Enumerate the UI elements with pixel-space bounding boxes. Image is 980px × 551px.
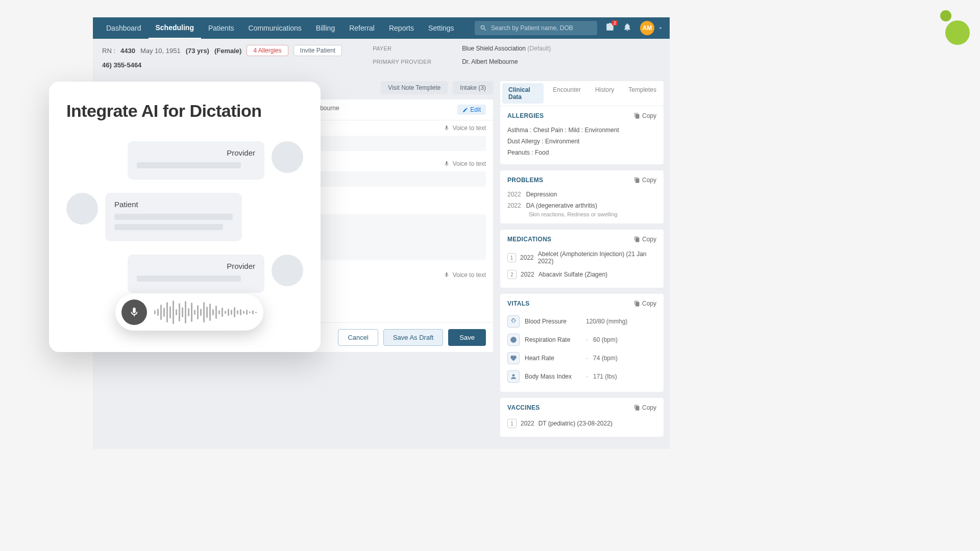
patient-dob: May 10, 1951 [140,47,181,55]
primary-provider-label: PRIMARY PROVIDER [373,59,431,65]
nav-referral[interactable]: Referral [342,17,382,39]
nav-billing[interactable]: Billing [309,17,342,39]
vital-item: Heart Rate-74 (bpm) [507,349,656,367]
patient-label: Patient [114,200,233,209]
vital-item: Blood Pressure120/80 (mmhg) [507,312,656,331]
visit-note-template-button[interactable]: Visit Note Templete [381,81,448,94]
nav-patients[interactable]: Patients [201,17,241,39]
chat-provider-2: Provider [128,255,303,293]
medications-title: MEDICATIONS [507,236,551,243]
search-box[interactable] [475,21,597,35]
search-input[interactable] [491,24,592,32]
payer-value: Blue Shield Association [462,45,526,52]
vitals-title: VITALS [507,300,530,307]
patient-phone: 46) 355-5464 [102,61,141,69]
primary-provider-value: Dr. Albert Melbourne [462,58,518,65]
respiration-icon [507,334,520,346]
sidebar-tabs: Clinical Data Encounter History Templete… [500,81,664,106]
nav-reports[interactable]: Reports [382,17,421,39]
allergy-item: Asthma : Chest Pain : Mild : Environment [507,124,656,136]
cancel-button[interactable]: Cancel [338,329,378,346]
intake-button[interactable]: Intake (3) [453,81,493,94]
patient-sex: (Female) [214,47,241,55]
problem-item: 2022DA (degenerative arthritis) [507,200,656,211]
copy-vitals[interactable]: Copy [634,300,656,307]
clipboard-icon[interactable]: 2 [605,22,615,34]
microphone-icon[interactable] [121,299,147,325]
clinical-sidebar: Clinical Data Encounter History Templete… [500,81,664,443]
bmi-icon [507,370,520,383]
rn-value: 4430 [120,47,135,55]
copy-allergies[interactable]: Copy [634,112,656,119]
tab-history[interactable]: History [588,81,621,106]
allergy-badge[interactable]: 4 Allergies [247,45,288,56]
edit-button[interactable]: Edit [457,105,486,115]
problem-sub: Skin reactions, Redness or swelling [507,211,656,217]
provider-label: Provider [137,148,255,157]
vital-item: Body Mass Index-171 (lbs) [507,367,656,386]
allergy-item: Peanuts : Food [507,147,656,158]
dictation-title: Integrate AI for Dictation [66,101,303,121]
copy-problems[interactable]: Copy [634,177,656,184]
provider-avatar [272,141,303,173]
medication-item: 22022Abacavir Sulfate (Ziagen) [507,267,656,282]
allergies-panel: ALLERGIES Copy Asthma : Chest Pain : Mil… [500,106,664,164]
tab-templates[interactable]: Templetes [621,81,664,106]
rn-label: RN : [102,47,115,55]
allergy-item: Dust Allergy : Environment [507,136,656,147]
notification-badge: 2 [612,20,618,26]
patient-avatar [66,193,98,224]
payer-label: PAYER [373,45,391,52]
copy-vaccines[interactable]: Copy [634,404,656,411]
tab-clinical-data[interactable]: Clinical Data [502,83,544,104]
problem-item: 2022Depression [507,189,656,200]
patient-age: (73 yrs) [186,47,209,55]
problems-title: PROBLEMS [507,177,543,184]
nav-communications[interactable]: Communications [241,17,309,39]
provider-avatar [272,255,303,286]
user-avatar[interactable]: AM [640,21,654,35]
vitals-panel: VITALS Copy Blood Pressure120/80 (mmhg) … [500,294,664,392]
save-button[interactable]: Save [448,329,486,346]
bell-icon[interactable] [623,22,632,34]
invite-patient-button[interactable]: Invite Patient [293,45,342,56]
waveform [154,300,257,324]
vaccines-panel: VACCINES Copy 12022DT (pediatric) (23-08… [500,398,664,437]
medication-item: 12022Abelcet (Amphotericin Injection) (2… [507,248,656,267]
payer-default: (Default) [527,45,551,52]
provider-label: Provider [137,262,255,270]
dictation-overlay: Integrate AI for Dictation Provider Pati… [49,82,321,352]
vaccines-title: VACCINES [507,404,540,411]
chat-provider-1: Provider [128,141,303,180]
nav-settings[interactable]: Settings [421,17,461,39]
vital-item: Respiration Rate-60 (bpm) [507,331,656,349]
vaccine-item: 12022DT (pediatric) (23-08-2022) [507,416,656,431]
allergies-title: ALLERGIES [507,112,544,119]
nav-dashboard[interactable]: Dashboard [99,17,149,39]
medications-panel: MEDICATIONS Copy 12022Abelcet (Amphoteri… [500,230,664,288]
chat-patient: Patient [66,193,242,241]
search-icon [480,24,487,32]
voice-recorder[interactable] [115,294,263,331]
blood-pressure-icon [507,315,520,328]
nav-scheduling[interactable]: Scheduling [149,17,201,39]
patient-header: RN : 4430 May 10, 1951 (73 yrs) (Female)… [93,39,670,75]
save-draft-button[interactable]: Save As Draft [383,329,443,346]
heart-rate-icon [507,352,520,364]
top-nav: Dashboard Scheduling Patients Communicat… [93,17,670,39]
tab-encounter[interactable]: Encounter [546,81,588,106]
problems-panel: PROBLEMS Copy 2022Depression 2022DA (deg… [500,170,664,223]
chevron-down-icon[interactable] [657,25,664,31]
copy-medications[interactable]: Copy [634,236,656,243]
